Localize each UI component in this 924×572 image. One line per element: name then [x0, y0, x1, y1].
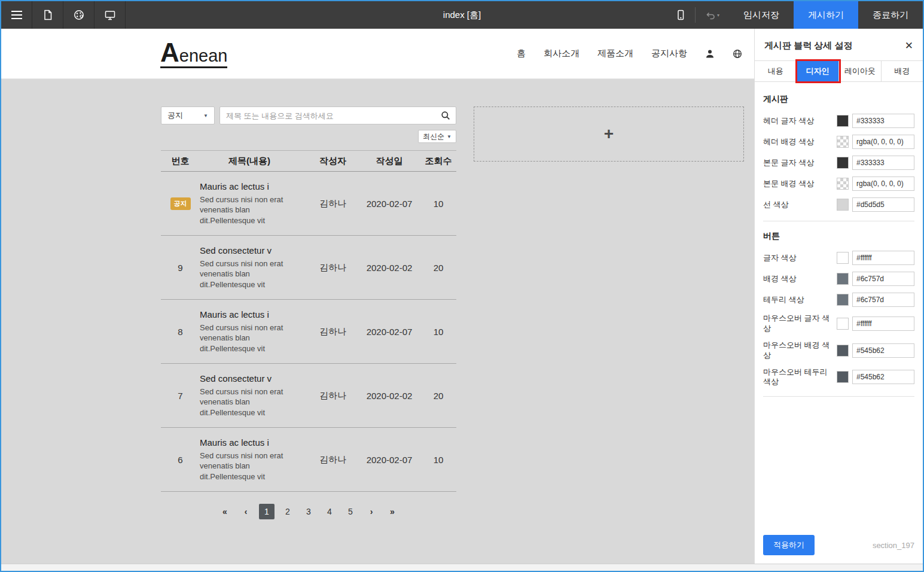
- table-row[interactable]: 8 Mauris ac lectus i Sed cursus nisi non…: [161, 300, 456, 364]
- color-value-input[interactable]: [852, 135, 914, 149]
- table-row[interactable]: 공지 Mauris ac lectus i Sed cursus nisi no…: [161, 172, 456, 236]
- col-author: 작성자: [307, 156, 358, 167]
- add-block-dropzone[interactable]: +: [474, 107, 744, 162]
- mobile-preview-button[interactable]: [666, 1, 695, 29]
- color-swatch[interactable]: [837, 136, 849, 148]
- color-swatch[interactable]: [837, 178, 849, 190]
- color-swatch[interactable]: [837, 345, 849, 357]
- field-label: 선 색상: [763, 200, 837, 210]
- apply-button[interactable]: 적용하기: [763, 535, 815, 555]
- panel-body: 게시판 헤더 글자 색상 헤더 배경 색상 본문 글자 색상 본문 배경 색상: [755, 82, 923, 397]
- tab-layout[interactable]: 레이아웃: [839, 61, 882, 81]
- table-row[interactable]: 6 Mauris ac lectus i Sed cursus nisi non…: [161, 428, 456, 492]
- panel-title: 게시판 블럭 상세 설정: [764, 40, 853, 51]
- page-button-4[interactable]: 4: [322, 504, 337, 519]
- language-button[interactable]: [733, 49, 742, 59]
- menu-button[interactable]: [1, 1, 32, 29]
- page-button[interactable]: [32, 1, 63, 29]
- page-button-5[interactable]: 5: [343, 504, 358, 519]
- pc-view-button[interactable]: [94, 1, 126, 29]
- palette-icon: [74, 10, 84, 20]
- color-swatch[interactable]: [837, 318, 849, 330]
- nav-item-notice[interactable]: 공지사항: [651, 48, 687, 59]
- color-swatch[interactable]: [837, 199, 849, 211]
- post-excerpt: Sed cursus nisi non erat venenatis blan …: [200, 451, 294, 482]
- tab-content[interactable]: 내용: [755, 61, 797, 81]
- post-number: 6: [161, 455, 200, 465]
- color-swatch[interactable]: [837, 252, 849, 264]
- nav-item-products[interactable]: 제품소개: [597, 48, 633, 59]
- exit-button[interactable]: 종료하기: [858, 1, 923, 29]
- post-views: 10: [420, 455, 456, 465]
- color-value-input[interactable]: [852, 114, 914, 128]
- monitor-icon: [105, 10, 115, 20]
- post-views: 20: [420, 391, 456, 401]
- theme-button[interactable]: [63, 1, 94, 29]
- color-swatch[interactable]: [837, 273, 849, 285]
- color-value-input[interactable]: [852, 317, 914, 331]
- color-value-input[interactable]: [852, 370, 914, 384]
- col-number: 번호: [161, 156, 200, 167]
- col-title: 제목(내용): [200, 156, 307, 167]
- color-value-input[interactable]: [852, 293, 914, 307]
- page-button-3[interactable]: 3: [301, 504, 316, 519]
- tab-design[interactable]: 디자인: [797, 61, 840, 81]
- col-views: 조회수: [420, 156, 456, 167]
- color-value-input[interactable]: [852, 251, 914, 265]
- search-input[interactable]: [220, 111, 435, 120]
- temp-save-button[interactable]: 임시저장: [729, 1, 794, 29]
- post-views: 10: [420, 327, 456, 337]
- site-nav: 홈 회사소개 제품소개 공지사항: [517, 48, 742, 59]
- section-title-button: 버튼: [763, 231, 914, 242]
- post-date: 2020-02-07: [358, 327, 420, 337]
- color-swatch[interactable]: [837, 294, 849, 306]
- field-label: 본문 배경 색상: [763, 179, 837, 189]
- post-title[interactable]: Mauris ac lectus i: [200, 309, 299, 320]
- color-value-input[interactable]: [852, 343, 914, 358]
- board-filter-select[interactable]: 공지 ▼: [161, 107, 215, 124]
- page-button-2[interactable]: 2: [280, 504, 295, 519]
- divider: [763, 396, 914, 397]
- last-page-button[interactable]: »: [385, 504, 400, 519]
- color-value-input[interactable]: [852, 177, 914, 191]
- publish-button[interactable]: 게시하기: [794, 1, 858, 29]
- post-title[interactable]: Mauris ac lectus i: [200, 437, 299, 448]
- next-page-button[interactable]: ›: [364, 504, 379, 519]
- sort-row: 최신순 ▼: [161, 130, 456, 143]
- post-date: 2020-02-07: [358, 455, 420, 465]
- color-value-input[interactable]: [852, 197, 914, 212]
- color-value-input[interactable]: [852, 272, 914, 286]
- post-title[interactable]: Mauris ac lectus i: [200, 181, 299, 191]
- app-window: index [홈] ▾ 임시저장 게시하기 종료하기 Aenean: [0, 0, 924, 572]
- search-icon: [441, 111, 450, 120]
- color-field: 마우스오버 글자 색상: [763, 314, 914, 334]
- table-row[interactable]: 9 Sed consectetur v Sed cursus nisi non …: [161, 236, 456, 300]
- undo-button[interactable]: ▾: [696, 1, 729, 29]
- selected-filter: 공지: [167, 110, 183, 121]
- first-page-button[interactable]: «: [217, 504, 233, 519]
- sort-select[interactable]: 최신순 ▼: [418, 130, 456, 143]
- post-number: 9: [161, 263, 200, 273]
- color-swatch[interactable]: [837, 371, 849, 383]
- post-number: 7: [161, 391, 200, 401]
- close-icon[interactable]: ✕: [905, 39, 913, 52]
- color-value-input[interactable]: [852, 156, 914, 170]
- account-button[interactable]: [705, 49, 715, 59]
- site-logo[interactable]: Aenean: [160, 39, 227, 68]
- post-title[interactable]: Sed consectetur v: [200, 373, 299, 384]
- panel-header: 게시판 블럭 상세 설정 ✕: [755, 29, 923, 60]
- prev-page-button[interactable]: ‹: [238, 504, 254, 519]
- table-row[interactable]: 7 Sed consectetur v Sed cursus nisi non …: [161, 364, 456, 428]
- post-title[interactable]: Sed consectetur v: [200, 245, 299, 255]
- page-button-1[interactable]: 1: [259, 504, 275, 519]
- field-label: 마우스오버 테두리 색상: [763, 367, 837, 388]
- field-label: 본문 글자 색상: [763, 158, 837, 168]
- nav-item-company[interactable]: 회사소개: [544, 48, 580, 59]
- color-swatch[interactable]: [837, 115, 849, 127]
- tab-background[interactable]: 배경: [882, 61, 923, 81]
- page-icon: [42, 10, 53, 20]
- search-button[interactable]: [435, 111, 456, 120]
- color-swatch[interactable]: [837, 157, 849, 169]
- nav-item-home[interactable]: 홈: [517, 48, 526, 59]
- divider: [763, 221, 914, 221]
